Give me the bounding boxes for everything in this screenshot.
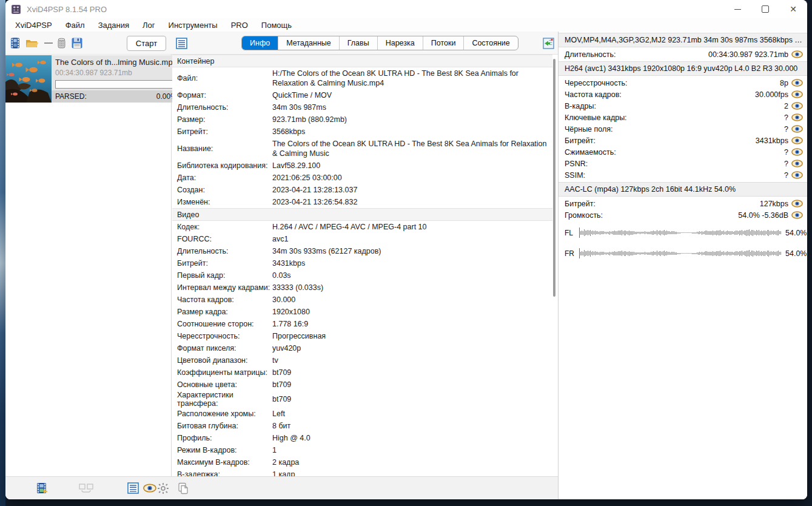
eye-icon[interactable] xyxy=(791,125,803,133)
info-value: The Colors of the Ocean 8K ULTRA HD - Th… xyxy=(272,138,548,160)
tab-info[interactable]: Инфо xyxy=(242,36,278,50)
info-value: tv xyxy=(272,354,278,366)
info-value: bt709 xyxy=(272,366,291,379)
log-list-icon[interactable] xyxy=(127,482,139,494)
close-button[interactable]: ✕ xyxy=(779,0,807,18)
copy-icon[interactable] xyxy=(177,482,189,494)
summary-row: Чересстрочность: 8p xyxy=(559,77,807,89)
waveform-fl xyxy=(579,228,782,238)
audio-summary-header: AAC-LC (mp4a) 127kbps 2ch 16bit 44.1kHz … xyxy=(559,182,807,197)
tab-chapters[interactable]: Главы xyxy=(339,36,377,50)
minimize-button[interactable] xyxy=(723,0,751,18)
eye-icon[interactable] xyxy=(791,148,803,156)
info-value: 923.71mb (880.92mb) xyxy=(272,113,347,126)
info-row: Размер: 923.71mb (880.92mb) xyxy=(172,113,552,126)
info-row: Соотношение сторон: 1.778 16:9 xyxy=(172,318,552,330)
delete-bin-icon[interactable] xyxy=(56,37,67,49)
app-icon xyxy=(11,4,21,15)
eye-icon[interactable] xyxy=(791,137,803,144)
menu-file[interactable]: Файл xyxy=(59,21,92,30)
file-list-item[interactable]: The Colors of th...lming Music.mp4 00:34… xyxy=(5,55,171,103)
eye-icon[interactable] xyxy=(791,171,803,179)
info-label: Битовая глубина: xyxy=(177,422,272,430)
info-row: FOURCC: avc1 xyxy=(172,233,552,245)
menu-log[interactable]: Лог xyxy=(136,21,162,30)
start-button[interactable]: Старт xyxy=(127,36,166,51)
eye-icon[interactable] xyxy=(791,211,803,219)
tab-cutting[interactable]: Нарезка xyxy=(377,36,423,50)
summary-value: 8p xyxy=(780,79,788,87)
info-value: 1 кадр xyxy=(272,468,295,476)
info-row: Название: The Colors of the Ocean 8K ULT… xyxy=(172,138,552,160)
info-row: Файл: H:/The Colors of the Ocean 8K ULTR… xyxy=(172,67,552,89)
info-value: 2 кадра xyxy=(272,456,299,468)
info-value: Left xyxy=(272,408,285,420)
import-stream-icon[interactable] xyxy=(543,38,554,49)
info-row: Библиотека кодирования: Lavf58.29.100 xyxy=(172,160,552,172)
eye-icon[interactable] xyxy=(791,160,803,167)
summary-row: SSIM: ? xyxy=(559,169,807,181)
summary-value: ? xyxy=(784,113,788,122)
tab-streams[interactable]: Потоки xyxy=(423,36,464,50)
info-row: Интервал между кадрами: 33333 (0.033s) xyxy=(172,282,552,294)
summary-row: Громкость: 54.0% -5.36dB xyxy=(559,209,807,221)
menu-tasks[interactable]: Задания xyxy=(92,21,136,30)
remove-icon[interactable] xyxy=(44,37,53,49)
tab-metadata[interactable]: Метаданные xyxy=(278,36,339,50)
preview-eye-icon[interactable] xyxy=(143,484,156,493)
summary-label: Чересстрочность: xyxy=(565,79,627,87)
info-value: 34m 30s 933ms (62127 кадров) xyxy=(272,245,381,257)
summary-row: Сжимаемость: ? xyxy=(559,146,807,158)
info-label: Основные цвета: xyxy=(177,380,272,389)
eye-icon[interactable] xyxy=(791,50,803,58)
info-row: Режим B-кадров: 1 xyxy=(172,444,552,456)
info-value: H.264 / AVC / MPEG-4 AVC / MPEG-4 part 1… xyxy=(272,221,427,233)
maximize-button[interactable] xyxy=(751,0,779,18)
info-label: Кодек: xyxy=(177,223,272,231)
eye-icon[interactable] xyxy=(791,102,803,110)
menu-help[interactable]: Помощь xyxy=(255,21,298,30)
eye-icon[interactable] xyxy=(791,79,803,87)
info-label: Режим B-кадров: xyxy=(177,446,272,454)
info-label: Битрейт: xyxy=(177,127,272,136)
menu-pro[interactable]: PRO xyxy=(224,21,255,30)
file-item-info: The Colors of th...lming Music.mp4 00:34… xyxy=(52,55,181,103)
menu-xvid4psp[interactable]: XviD4PSP xyxy=(8,21,59,30)
eye-icon[interactable] xyxy=(791,90,803,98)
summary-value: ? xyxy=(784,171,788,180)
info-row: Длительность: 34m 30s 987ms xyxy=(172,101,552,113)
open-folder-icon[interactable] xyxy=(25,37,39,49)
film-task-icon[interactable] xyxy=(36,482,49,494)
info-label: Дата: xyxy=(177,174,272,182)
film-clip-icon[interactable] xyxy=(9,37,21,49)
info-value: yuv420p xyxy=(272,342,301,354)
info-label: Размер: xyxy=(177,115,272,124)
eye-icon[interactable] xyxy=(791,113,803,121)
log-list-icon[interactable] xyxy=(176,38,187,49)
settings-gear-icon[interactable] xyxy=(157,482,169,494)
summary-value: ? xyxy=(784,148,788,157)
file-name: The Colors of th...lming Music.mp4 xyxy=(55,58,177,67)
info-value: High @ 4.0 xyxy=(272,432,310,444)
info-value: bt709 xyxy=(272,393,291,405)
info-label: Длительность: xyxy=(177,103,272,112)
info-label: Соотношение сторон: xyxy=(177,320,272,328)
save-icon[interactable] xyxy=(71,37,83,49)
summary-value: 54.0% -5.36dB xyxy=(738,211,788,220)
info-row: Первый кадр: 0.03s xyxy=(172,269,552,282)
menu-tools[interactable]: Инструменты xyxy=(162,21,224,30)
tab-status[interactable]: Состояние xyxy=(463,36,517,50)
info-value: 8 бит xyxy=(272,420,290,432)
info-scrollbar-thumb[interactable] xyxy=(553,59,555,297)
info-row: Основные цвета: bt709 xyxy=(172,379,552,391)
info-label: Битрейт: xyxy=(177,259,272,268)
info-row: Длительность: 34m 30s 933ms (62127 кадро… xyxy=(172,245,552,257)
summary-row: PSNR: ? xyxy=(559,158,807,169)
info-value: 0.03s xyxy=(272,269,291,282)
summary-label: SSIM: xyxy=(565,171,585,180)
tab-strip: Инфо Метаданные Главы Нарезка Потоки Сос… xyxy=(241,36,518,50)
info-value: bt709 xyxy=(272,379,291,391)
window-controls: ✕ xyxy=(723,0,807,18)
eye-icon[interactable] xyxy=(791,200,803,207)
parsed-label: PARSED: xyxy=(55,92,87,101)
